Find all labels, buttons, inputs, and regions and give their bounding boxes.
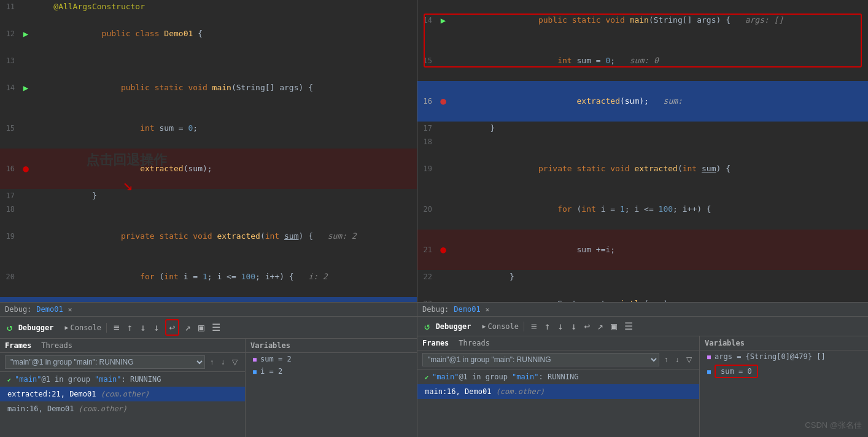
line-content-12: public class Demo01 { [32,14,417,54]
right-threads-tab[interactable]: Threads [459,339,490,347]
left-var-2: ■ i = 2 [246,365,417,377]
frame-text-3: main:16, Demo01 (com.other) [7,404,127,413]
evaluate-icon[interactable]: ▣ [196,320,206,335]
right-code-line-15: 15 int sum = 0; sum: 0 [417,41,868,81]
right-step-into-icon[interactable]: ↓ [569,319,579,333]
code-line-19: 19 private static void extracted(int sum… [0,216,417,257]
line-num-11: 11 [0,0,20,14]
right-line-num-17: 17 [417,122,437,135]
right-frame-text-2: main:16, Demo01 (com.other) [425,387,544,396]
left-demo-tab-close[interactable]: ✕ [68,306,72,314]
line-content-17: } [32,189,417,203]
right-var-name-2: sum = 0 [715,365,758,378]
left-frames-tab[interactable]: Frames [5,341,31,350]
right-var-1: ■ args = {String[0]@479} [] [700,350,868,363]
code-line-15: 15 int sum = 0; [0,108,417,149]
right-line-num-22: 22 [417,270,437,284]
line-num-16: 16 [0,162,20,176]
right-line-num-21: 21 [417,243,437,257]
right-panel: 14 ▶ public static void main(String[] ar… [417,0,868,437]
right-console-tab[interactable]: ▶ Console [482,322,519,331]
frame-filter-btn[interactable]: ▽ [230,357,240,368]
right-frame-item-2[interactable]: main:16, Demo01 (com.other) [417,384,699,399]
right-line-icon-21: ● [437,243,449,257]
left-thread-select[interactable]: "main"@1 in group "main": RUNNING [5,355,205,369]
line-num-14: 14 [0,81,20,95]
left-threads-tab[interactable]: Threads [41,341,72,350]
left-debugger-tab[interactable]: Debugger [18,323,54,332]
frame-text-2: extracted:21, Demo01 (com.other) [7,390,149,398]
mute-icon[interactable]: ☰ [210,320,222,335]
left-frame-item-1[interactable]: ✔ "main"@1 in group "main": RUNNING [0,372,245,387]
right-line-content-21: sum +=i; [449,230,868,270]
right-code-line-16: 16 ● extracted(sum); sum: [417,81,868,122]
right-step-up-icon[interactable]: ↑ [543,319,552,333]
right-resume-icon[interactable]: ↺ [422,319,432,333]
right-frame-filter-btn[interactable]: ▽ [684,354,694,365]
right-line-content-20: for (int i = 1; i <= 100; i++) { [449,189,868,230]
right-run-to-cursor-icon[interactable]: ↗ [595,319,605,333]
right-debug-content: Frames Threads "main"@1 in group "main":… [417,336,868,437]
right-code-line-14: 14 ▶ public static void main(String[] ar… [417,0,868,41]
line-content-15: int sum = 0; [32,108,417,149]
right-line-icon-14: ▶ [437,14,449,27]
right-arrow-icon-14: ▶ [441,14,446,27]
right-thread-select[interactable]: "main"@1 in group "main": RUNNING [422,353,659,366]
line-content-20: for (int i = 1; i <= 100; i++) { i: 2 [32,257,417,297]
var-icon-1: ■ [253,356,257,363]
line-num-20: 20 [0,270,20,284]
right-step-out-icon[interactable]: ↩ [583,319,592,333]
left-frame-item-3[interactable]: main:16, Demo01 (com.other) [0,401,245,416]
right-mute-icon[interactable]: ☰ [622,319,635,333]
right-frame-item-1[interactable]: ✔ "main"@1 in group "main": RUNNING [417,369,699,384]
resume-icon[interactable]: ↺ [5,320,15,335]
right-demo-tab[interactable]: Demo01 [454,305,480,314]
step-into-icon[interactable]: ↓ [152,320,161,335]
right-variables-header: Variables [700,336,868,350]
right-demo-tab-close[interactable]: ✕ [486,306,490,314]
frame-down-btn[interactable]: ↓ [219,357,227,368]
right-line-content-17: } [449,122,868,135]
step-up-icon[interactable]: ↑ [125,320,135,335]
step-out-icon[interactable]: ↩ [165,319,180,336]
right-frame-list: ✔ "main"@1 in group "main": RUNNING main… [417,369,699,437]
right-frames-header: Frames Threads [417,336,699,350]
run-to-cursor-icon[interactable]: ↗ [183,320,193,335]
line-content-19: private static void extracted(int sum) {… [32,216,417,257]
right-var-name-1: args = {String[0]@479} [] [715,352,826,361]
line-icon-16: ● [20,162,32,176]
right-code-line-19: 19 private static void extracted(int sum… [417,149,868,189]
right-debugger-tab[interactable]: Debugger [436,322,471,331]
frame-up-btn[interactable]: ↑ [207,357,216,368]
left-variables-header: Variables [246,339,417,353]
frame-dot-1: ✔ [7,376,11,383]
var-icon-2: ■ [253,368,257,375]
right-frames-tab[interactable]: Frames [422,339,449,347]
right-line-num-16: 16 [417,95,437,108]
line-num-19: 19 [0,230,20,243]
left-demo-tab[interactable]: Demo01 [36,305,63,314]
step-down-icon[interactable]: ↓ [138,320,148,335]
right-var-2: ■ sum = 0 [700,363,868,380]
line-num-12: 12 [0,27,20,41]
left-code-area: 11 @AllArgsConstructor 12 ▶ public class… [0,0,417,302]
left-frames-header: Frames Threads [0,339,245,353]
right-evaluate-icon[interactable]: ▣ [609,319,619,333]
right-line-content-14: public static void main(String[] args) {… [449,0,868,41]
right-frame-down-btn[interactable]: ↓ [673,354,681,365]
code-line-12: 12 ▶ public class Demo01 { [0,14,417,54]
right-step-down-icon[interactable]: ↓ [556,319,565,333]
left-console-tab[interactable]: ▶ Console [64,323,101,332]
line-num-15: 15 [0,122,20,135]
right-line-content-16: extracted(sum); sum: [449,81,868,122]
right-code-line-17: 17 } [417,122,868,135]
step-over-icon[interactable]: ≡ [112,320,122,335]
left-frame-item-2[interactable]: extracted:21, Demo01 (com.other) [0,387,245,401]
line-num-13: 13 [0,54,20,68]
right-step-over-icon[interactable]: ≡ [529,319,539,333]
right-line-num-14: 14 [417,14,437,27]
right-line-content-15: int sum = 0; sum: 0 [449,41,868,81]
var-name-1: sum = 2 [260,355,292,363]
toolbar-sep-1 [106,323,107,333]
right-frame-up-btn[interactable]: ↑ [662,354,670,365]
